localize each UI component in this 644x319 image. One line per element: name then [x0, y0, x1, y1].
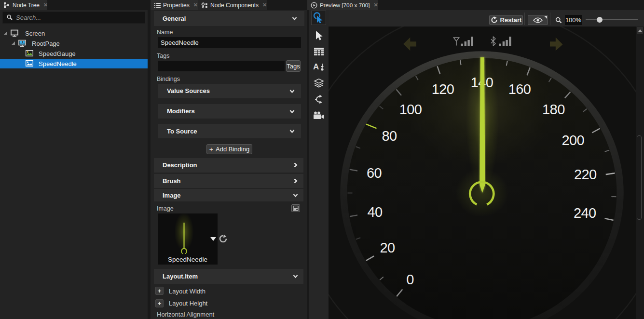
svg-text:A: A [313, 62, 319, 71]
svg-text:120: 120 [432, 81, 454, 97]
svg-text:20: 20 [380, 240, 395, 255]
svg-text:100: 100 [399, 102, 422, 117]
svg-text:0: 0 [406, 272, 414, 287]
svg-text:160: 160 [508, 81, 531, 97]
svg-text:200: 200 [562, 133, 585, 148]
svg-text:80: 80 [382, 128, 397, 144]
svg-text:220: 220 [574, 167, 597, 182]
svg-text:180: 180 [542, 102, 565, 117]
svg-text:60: 60 [367, 165, 382, 181]
svg-text:40: 40 [367, 204, 382, 220]
svg-text:SpeedNeedle: SpeedNeedle [168, 256, 207, 263]
svg-text:240: 240 [574, 205, 596, 221]
